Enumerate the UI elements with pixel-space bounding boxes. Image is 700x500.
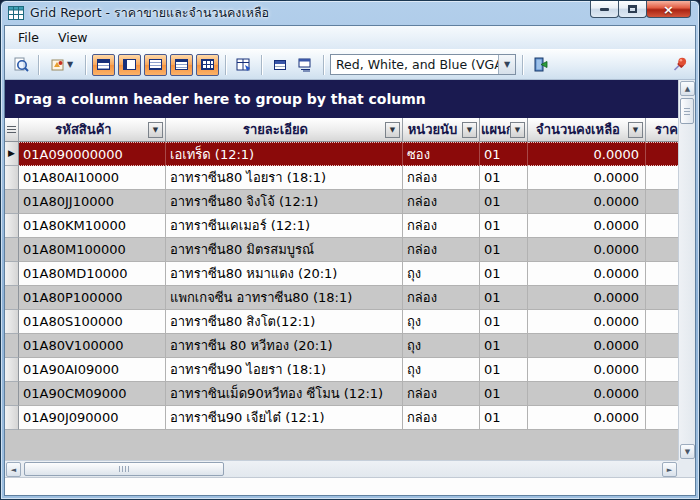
cell-desc[interactable]: อาทราซีน80 จิงโจ้ (12:1) (166, 190, 403, 214)
cell-extra[interactable] (646, 214, 678, 238)
table-row[interactable]: 01A80AI10000อาทราซีน80 ไอยรา (18:1)กล่อง… (5, 166, 678, 190)
close-button[interactable]: × (646, 1, 691, 18)
horizontal-scrollbar[interactable]: ◄ ► (5, 460, 678, 477)
cell-desc[interactable]: อาทราซีน80 มิตรสมบูรณ์ (166, 238, 403, 262)
table-row[interactable]: ▶01A090000000เอเทร็ด (12:1)ซอง010.0000 (5, 142, 678, 166)
cell-code[interactable]: 01A090000000 (19, 142, 166, 166)
cell-code[interactable]: 01A90J090000 (19, 406, 166, 430)
print-preview-button[interactable] (9, 54, 32, 76)
layout-header-toggle[interactable] (92, 54, 115, 76)
cell-dept[interactable]: 01 (480, 238, 528, 262)
table-row[interactable]: 01A80M100000อาทราซีน80 มิตรสมบูรณ์กล่อง0… (5, 238, 678, 262)
layout-grid-toggle[interactable] (196, 54, 219, 76)
cell-qty[interactable]: 0.0000 (528, 406, 646, 430)
cell-code[interactable]: 01A90CM09000 (19, 382, 166, 406)
cell-extra[interactable] (646, 334, 678, 358)
row-indicator[interactable] (5, 166, 19, 190)
cell-qty[interactable]: 0.0000 (528, 142, 646, 166)
cell-unit[interactable]: กล่อง (403, 166, 480, 190)
cell-qty[interactable]: 0.0000 (528, 238, 646, 262)
cell-unit[interactable]: กล่อง (403, 286, 480, 310)
cell-desc[interactable]: อาทราซีน90 ไอยรา (18:1) (166, 358, 403, 382)
customize-grid-button[interactable] (232, 54, 255, 76)
cell-dept[interactable]: 01 (480, 310, 528, 334)
filter-dropdown-button[interactable]: ▼ (510, 122, 525, 138)
scroll-up-button[interactable]: ▲ (680, 81, 695, 96)
filter-dropdown-button[interactable]: ▼ (628, 122, 643, 138)
exit-button[interactable] (529, 54, 552, 76)
cell-desc[interactable]: อาทราซีนเคเมอร์ (12:1) (166, 214, 403, 238)
cell-dept[interactable]: 01 (480, 406, 528, 430)
row-indicator[interactable] (5, 382, 19, 406)
cell-unit[interactable]: กล่อง (403, 382, 480, 406)
row-indicator[interactable] (5, 406, 19, 430)
filter-dropdown-button[interactable]: ▼ (462, 122, 477, 138)
cell-desc[interactable]: อาทราซีน80 สิงโต(12:1) (166, 310, 403, 334)
cell-dept[interactable]: 01 (480, 382, 528, 406)
cell-desc[interactable]: อาทราซินเม็ด90หวีทอง ซีโมน (12:1) (166, 382, 403, 406)
cell-unit[interactable]: ถุง (403, 334, 480, 358)
expand-rows-button[interactable] (294, 54, 317, 76)
cell-qty[interactable]: 0.0000 (528, 358, 646, 382)
cell-code[interactable]: 01A80S100000 (19, 310, 166, 334)
cell-unit[interactable]: กล่อง (403, 406, 480, 430)
cell-qty[interactable]: 0.0000 (528, 166, 646, 190)
table-row[interactable]: 01A80KM10000อาทราซีนเคเมอร์ (12:1)กล่อง0… (5, 214, 678, 238)
cell-extra[interactable] (646, 406, 678, 430)
cell-code[interactable]: 01A80KM10000 (19, 214, 166, 238)
table-row[interactable]: 01A80P100000แพกเกจซีน อาทราซีน80 (18:1)ก… (5, 286, 678, 310)
table-row[interactable]: 01A90J090000อาทราซีน90 เจียไต๋ (12:1)กล่… (5, 406, 678, 430)
cell-extra[interactable] (646, 358, 678, 382)
header-indicator-cell[interactable] (5, 118, 19, 142)
cell-extra[interactable] (646, 286, 678, 310)
combo-dropdown-button[interactable]: ▼ (498, 55, 515, 74)
cell-extra[interactable] (646, 142, 678, 166)
cell-extra[interactable] (646, 238, 678, 262)
cell-unit[interactable]: กล่อง (403, 238, 480, 262)
row-indicator[interactable] (5, 238, 19, 262)
row-indicator[interactable] (5, 334, 19, 358)
minimize-button[interactable] (590, 1, 619, 18)
layout-footer-toggle[interactable] (144, 54, 167, 76)
table-row[interactable]: 01A90CM09000อาทราซินเม็ด90หวีทอง ซีโมน (… (5, 382, 678, 406)
row-indicator[interactable]: ▶ (5, 142, 19, 166)
column-header-desc[interactable]: รายละเอียด ▼ (166, 118, 403, 142)
cell-dept[interactable]: 01 (480, 286, 528, 310)
row-indicator[interactable] (5, 310, 19, 334)
row-indicator[interactable] (5, 214, 19, 238)
cell-unit[interactable]: กล่อง (403, 214, 480, 238)
cell-dept[interactable]: 01 (480, 358, 528, 382)
column-header-code[interactable]: รหัสสินค้า ▼ (19, 118, 166, 142)
cell-qty[interactable]: 0.0000 (528, 310, 646, 334)
cell-qty[interactable]: 0.0000 (528, 382, 646, 406)
cell-desc[interactable]: อาทราซีน90 เจียไต๋ (12:1) (166, 406, 403, 430)
cell-qty[interactable]: 0.0000 (528, 190, 646, 214)
cell-unit[interactable]: ถุง (403, 358, 480, 382)
cell-code[interactable]: 01A80P100000 (19, 286, 166, 310)
table-row[interactable]: 01A80JJ10000อาทราซีน80 จิงโจ้ (12:1)กล่อ… (5, 190, 678, 214)
cell-extra[interactable] (646, 310, 678, 334)
table-row[interactable]: 01A90AI09000อาทราซีน90 ไอยรา (18:1)ถุง01… (5, 358, 678, 382)
cell-code[interactable]: 01A80JJ10000 (19, 190, 166, 214)
row-indicator[interactable] (5, 190, 19, 214)
table-row[interactable]: 01A80V100000อาทราซีน 80 หวีทอง (20:1)ถุง… (5, 334, 678, 358)
cell-unit[interactable]: ซอง (403, 142, 480, 166)
cell-qty[interactable]: 0.0000 (528, 214, 646, 238)
group-by-band[interactable]: Drag a column header here to group by th… (5, 80, 678, 118)
cell-code[interactable]: 01A80M100000 (19, 238, 166, 262)
cell-desc[interactable]: เอเทร็ด (12:1) (166, 142, 403, 166)
cell-desc[interactable]: อาทราซีน80 ไอยรา (18:1) (166, 166, 403, 190)
horizontal-scroll-thumb[interactable] (24, 462, 224, 476)
cell-dept[interactable]: 01 (480, 262, 528, 286)
table-row[interactable]: 01A80MD10000อาทราซีน80 หมาแดง (20:1)ถุง0… (5, 262, 678, 286)
scroll-down-button[interactable]: ▼ (680, 444, 695, 459)
column-header-extra[interactable]: ราคาขาย ▼ (646, 118, 678, 142)
column-header-dept[interactable]: แผนก ▼ (480, 118, 528, 142)
cell-code[interactable]: 01A80AI10000 (19, 166, 166, 190)
layout-band-toggle[interactable] (170, 54, 193, 76)
cell-qty[interactable]: 0.0000 (528, 262, 646, 286)
menu-file[interactable]: File (9, 27, 48, 48)
scroll-left-button[interactable]: ◄ (6, 462, 21, 477)
cell-unit[interactable]: ถุง (403, 262, 480, 286)
cell-dept[interactable]: 01 (480, 166, 528, 190)
